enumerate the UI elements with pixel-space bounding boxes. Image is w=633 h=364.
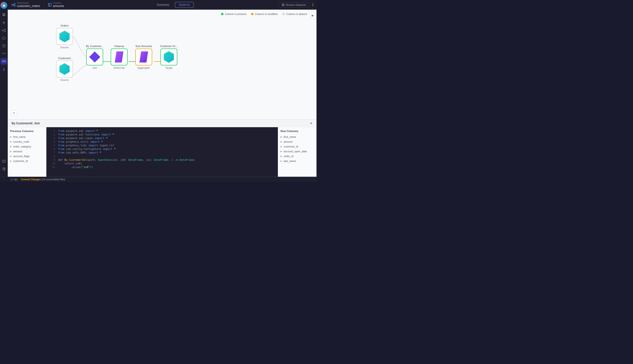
next-col-order_id-label: order_id (284, 155, 293, 158)
join-node-sublabel: Join (92, 66, 97, 69)
prev-col-order_category-label: order_category (13, 145, 31, 148)
legend-present-dot (221, 13, 223, 15)
aggregate-node-box[interactable] (135, 48, 152, 66)
next-col-customer_id[interactable]: ▶ customer_id (278, 144, 316, 149)
sidebar-icon-history[interactable] (1, 42, 7, 49)
customers-source-box[interactable] (56, 60, 73, 78)
prev-col-amount[interactable]: ▶ amount (8, 149, 46, 154)
browse-datasets-button[interactable]: Browse Datasets (278, 2, 309, 8)
target-node-icon (164, 51, 174, 63)
orders-source-sublabel: Source (60, 46, 69, 49)
code-line-7: 7 from job.udfs.UDFs import * (46, 151, 278, 154)
git-commit-detail: (19 uncommitted files) (41, 178, 65, 181)
prev-col-first_name-label: first_name (13, 136, 26, 138)
git-commit-button[interactable]: Commit Changes (19 uncommitted files) (21, 178, 65, 181)
target-node[interactable]: Customer Or... Target (160, 45, 178, 69)
svg-rect-17 (3, 160, 5, 162)
app-logo[interactable]: ◆ (1, 2, 7, 9)
column-tab[interactable]: Column amounts (44, 0, 68, 10)
customers-source-node[interactable]: Customers Source (56, 57, 73, 81)
code-panel[interactable]: 1 from pyspark.sql import * 2 from pyspa… (46, 127, 278, 182)
next-col-last_name[interactable]: ▶ last_name (278, 158, 316, 164)
prev-col-customer_id[interactable]: ▶ customer_id (8, 158, 46, 164)
prev-col-country_code-chevron: ▶ (10, 140, 12, 143)
legend-absent-dot (282, 13, 285, 15)
next-col-last_name-label: last_name (284, 160, 296, 162)
code-line-3: 3 from pyspark.sql.types import * (46, 136, 278, 140)
zoomin-button[interactable]: Zoom In (175, 2, 194, 8)
sidebar-icon-more[interactable]: ··· (1, 173, 7, 180)
reformat-node[interactable]: Cleanup Reformat (111, 45, 128, 69)
main-canvas: Column is present Column is modified Col… (8, 10, 316, 119)
git-branch: ⎇ dev (10, 178, 18, 181)
sidebar-bottom: ? ··· (1, 158, 7, 180)
aggregate-node-icon (139, 52, 148, 62)
sidebar-icon-deploy[interactable] (1, 66, 7, 72)
sidebar-icon-lineage[interactable] (1, 58, 7, 65)
target-node-sublabel: Target (165, 66, 172, 69)
aggregate-node[interactable]: Sum Amounts Aggregate (135, 45, 152, 69)
bottom-panel: By CustomerId: Join ▼ Previous Columns ▶… (8, 119, 316, 182)
target-node-label: Customer Or... (160, 45, 178, 48)
expand-panel-button[interactable]: ▼ (11, 110, 17, 116)
prev-col-first_name-chevron: ▶ (10, 136, 12, 138)
next-col-amount[interactable]: ▶ amount (278, 139, 316, 144)
svg-rect-0 (3, 14, 5, 14)
sidebar-icon-datasets[interactable] (1, 12, 7, 18)
pipeline-tab-project: HelloWorld (17, 2, 40, 4)
next-col-order_id[interactable]: ▶ order_id (278, 154, 316, 158)
canvas-toggle-button[interactable]: ▶ (310, 12, 315, 18)
svg-point-23 (14, 5, 15, 6)
next-col-last_name-chevron: ▶ (280, 160, 282, 162)
pipeline-tab-info: HelloWorld customers_orders (17, 2, 40, 8)
sidebar-icon-add[interactable] (1, 19, 7, 26)
code-line-8: 8 (46, 154, 278, 158)
sidebar-icon-pipelines[interactable] (1, 27, 7, 34)
sidebar: ◆ ? ··· (0, 0, 8, 182)
orders-source-node[interactable]: Orders Source (56, 24, 73, 49)
prev-col-first_name[interactable]: ▶ first_name (8, 134, 46, 139)
customers-source-label: Customers (58, 57, 71, 60)
sidebar-icon-gems[interactable] (1, 35, 7, 42)
prev-col-order_category[interactable]: ▶ order_category (8, 144, 46, 149)
prev-col-account_flags[interactable]: ▶ account_flags (8, 154, 46, 158)
legend-modified-label: Column is modified (255, 12, 278, 16)
git-branch-name: dev (14, 178, 18, 181)
sidebar-icon-help[interactable]: ? (1, 166, 7, 172)
prev-col-country_code-label: country_code (13, 140, 29, 143)
topbar: HelloWorld customers_orders Column amoun… (8, 0, 316, 10)
next-col-first_name-chevron: ▶ (280, 136, 282, 138)
info-button[interactable]: ℹ (312, 2, 313, 7)
svg-text:?: ? (4, 168, 5, 170)
next-col-amount-label: amount (284, 140, 292, 143)
prev-col-country_code[interactable]: ▶ country_code (8, 139, 46, 144)
join-node[interactable]: By Customer... Join (86, 45, 103, 69)
sidebar-icon-packages[interactable] (1, 158, 7, 164)
pipeline-tab[interactable]: HelloWorld customers_orders (8, 0, 44, 10)
next-col-first_name[interactable]: ▶ first_name (278, 134, 316, 139)
join-node-label: By Customer... (86, 45, 103, 48)
join-node-box[interactable] (86, 48, 103, 66)
reformat-node-box[interactable] (111, 48, 128, 66)
legend-modified-dot (251, 13, 253, 15)
next-col-account_open_date[interactable]: ▶ account_open_date (278, 149, 316, 154)
code-line-2: 2 from pyspark.sql.functions import * (46, 133, 278, 136)
orders-source-box[interactable] (56, 28, 73, 45)
code-line-1: 1 from pyspark.sql import * (46, 129, 278, 133)
bottom-panel-collapse-button[interactable]: ▼ (310, 122, 313, 125)
git-commit-label: Commit Changes (21, 178, 41, 181)
prev-col-customer_id-label: customer_id (13, 160, 28, 162)
sidebar-icon-monitor[interactable] (1, 50, 7, 57)
code-line-4: 4 from prophecy.utils import * (46, 140, 278, 144)
target-node-box[interactable] (160, 48, 177, 66)
previous-columns-title: Previous Columns (8, 130, 46, 134)
customers-source-icon (60, 63, 70, 75)
summary-button[interactable]: Summary (153, 2, 173, 8)
svg-line-8 (3, 31, 5, 32)
legend-present-label: Column is present (225, 12, 246, 16)
git-branch-icon: ⎇ (10, 178, 13, 181)
browse-icon (282, 4, 285, 6)
svg-point-21 (12, 4, 13, 5)
legend: Column is present Column is modified Col… (221, 12, 307, 16)
next-columns-title: Next Columns (278, 130, 316, 134)
